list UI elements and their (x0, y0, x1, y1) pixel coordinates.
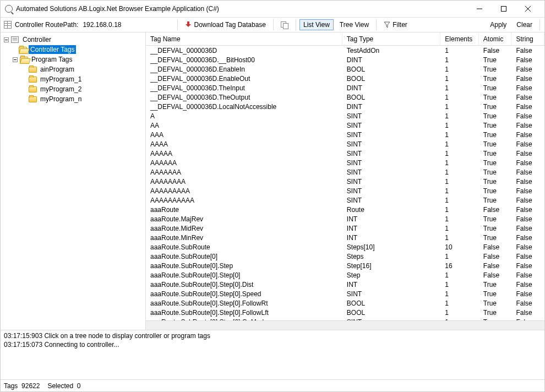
table-row[interactable]: __DEFVAL_0000036D.LocalNotAccessibleDINT… (146, 102, 544, 111)
download-icon (185, 21, 192, 28)
maximize-button[interactable] (492, 1, 516, 17)
table-row[interactable]: aaaRoute.SubRoute[0]Steps1FalseFalse (146, 252, 544, 261)
clear-button[interactable]: Clear (513, 19, 536, 30)
horizontal-scrollbar[interactable] (146, 320, 544, 330)
table-row[interactable]: aaaRoute.MidRevINT1TrueFalse (146, 224, 544, 233)
folder-icon (28, 75, 37, 83)
log-panel[interactable]: 03:17:15:903 Click on a tree node to dis… (1, 330, 544, 379)
table-row[interactable]: __DEFVAL_0000036D.TheOutputBOOL1TrueFals… (146, 92, 544, 102)
listview-button[interactable]: List View (299, 19, 334, 30)
table-row[interactable]: aaaRoute.SubRouteSteps[10]10FalseFalse (146, 242, 544, 252)
folder-icon (28, 95, 37, 103)
grid-icon (4, 21, 12, 29)
folder-icon (28, 66, 37, 73)
routepath-label: Controller RoutePath: (14, 21, 79, 29)
list-header: Tag Name Tag Type Elements Atomic String (146, 32, 544, 46)
titlebar: Automated Solutions AB.Logix.Net Browser… (1, 1, 544, 17)
minimize-button[interactable] (467, 1, 492, 17)
log-line: 03:17:15:073 Connecting to controller... (4, 340, 541, 349)
table-row[interactable]: AASINT1TrueFalse (146, 121, 544, 130)
filter-button[interactable]: Filter (380, 19, 411, 30)
copy-button[interactable] (277, 20, 292, 30)
col-atomic[interactable]: Atomic (479, 32, 512, 45)
filter-icon (384, 21, 390, 28)
table-row[interactable]: ASINT1TrueFalse (146, 111, 544, 121)
treeview-button[interactable]: Tree View (336, 19, 373, 30)
svg-rect-1 (502, 7, 506, 12)
table-row[interactable]: aaaRoute.SubRoute[0].Step[0].FollowLftBO… (146, 308, 544, 317)
table-row[interactable]: aaaRouteRoute1FalseFalse (146, 205, 544, 214)
tree-program-item[interactable]: myProgram_n (2, 94, 144, 104)
controller-icon (10, 36, 19, 43)
collapse-icon[interactable] (3, 36, 9, 43)
col-elements[interactable]: Elements (440, 32, 479, 45)
statusbar: Tags 92622 Selected 0 (1, 379, 544, 391)
folder-icon (19, 56, 28, 63)
list-body[interactable]: __DEFVAL_0000036DTestAddOn1FalseFalse__D… (146, 46, 544, 320)
close-button[interactable] (516, 1, 540, 17)
table-row[interactable]: __DEFVAL_0000036D.EnableOutBOOL1TrueFals… (146, 74, 544, 83)
table-row[interactable]: aaaRoute.SubRoute[0].Step[0].DistINT1Tru… (146, 280, 544, 289)
table-row[interactable]: aaaRoute.SubRoute[0].Step[0].SpeedSINT1T… (146, 289, 544, 298)
folder-icon (28, 85, 37, 93)
window-title: Automated Solutions AB.Logix.Net Browser… (16, 5, 467, 13)
table-row[interactable]: aaaRoute.SubRoute[0].StepStep[16]16False… (146, 261, 544, 270)
tree-program-tags[interactable]: Program Tags (2, 55, 144, 64)
table-row[interactable]: AAASINT1TrueFalse (146, 130, 544, 139)
collapse-icon[interactable] (12, 56, 18, 63)
table-row[interactable]: aaaRoute.MinRevINT1TrueFalse (146, 233, 544, 242)
table-row[interactable]: AAAAAAAASINT1TrueFalse (146, 177, 544, 186)
table-row[interactable]: aaaRoute.SubRoute[0].Step[0].FollowRtBOO… (146, 298, 544, 308)
folder-icon (18, 46, 27, 53)
col-string[interactable]: String (511, 32, 544, 45)
table-row[interactable]: aaaRoute.SubRoute[0].Step[0]Step1FalseFa… (146, 270, 544, 280)
table-row[interactable]: __DEFVAL_0000036DTestAddOn1FalseFalse (146, 46, 544, 55)
tree-root[interactable]: Controller (2, 35, 144, 45)
tree-program-item[interactable]: myProgram_1 (2, 74, 144, 84)
log-line: 03:17:15:903 Click on a tree node to dis… (4, 331, 541, 340)
col-tagname[interactable]: Tag Name (146, 32, 342, 45)
app-icon (5, 5, 13, 13)
table-row[interactable]: AAAASINT1TrueFalse (146, 139, 544, 149)
table-row[interactable]: __DEFVAL_0000036D.TheInputDINT1TrueFalse (146, 83, 544, 92)
routepath-value[interactable]: 192.168.0.18 (81, 21, 122, 29)
tree-controller-tags[interactable]: Controller Tags (2, 45, 144, 55)
table-row[interactable]: aaaRoute.MajRevINT1TrueFalse (146, 214, 544, 224)
table-row[interactable]: AAAAAAASINT1TrueFalse (146, 167, 544, 177)
table-row[interactable]: AAAAASINT1TrueFalse (146, 149, 544, 158)
table-row[interactable]: AAAAAASINT1TrueFalse (146, 158, 544, 167)
download-label: Download Tag Database (194, 21, 266, 29)
apply-button[interactable]: Apply (486, 19, 510, 30)
download-button[interactable]: Download Tag Database (181, 19, 270, 30)
tree-program-item[interactable]: myProgram_2 (2, 84, 144, 94)
toolbar: Controller RoutePath: 192.168.0.18 Downl… (1, 17, 544, 32)
tree-program-item[interactable]: ainProgram (2, 64, 144, 74)
table-row[interactable]: AAAAAAAAASINT1TrueFalse (146, 186, 544, 195)
table-row[interactable]: AAAAAAAAAASINT1TrueFalse (146, 195, 544, 205)
col-tagtype[interactable]: Tag Type (342, 32, 440, 45)
tree-panel[interactable]: Controller Controller Tags Program Tags … (1, 32, 146, 330)
list-panel: Tag Name Tag Type Elements Atomic String… (146, 32, 544, 330)
table-row[interactable]: __DEFVAL_0000036D.__BitHost00DINT1TrueFa… (146, 55, 544, 64)
copy-icon (281, 21, 288, 28)
table-row[interactable]: __DEFVAL_0000036D.EnableInBOOL1TrueFalse (146, 64, 544, 74)
